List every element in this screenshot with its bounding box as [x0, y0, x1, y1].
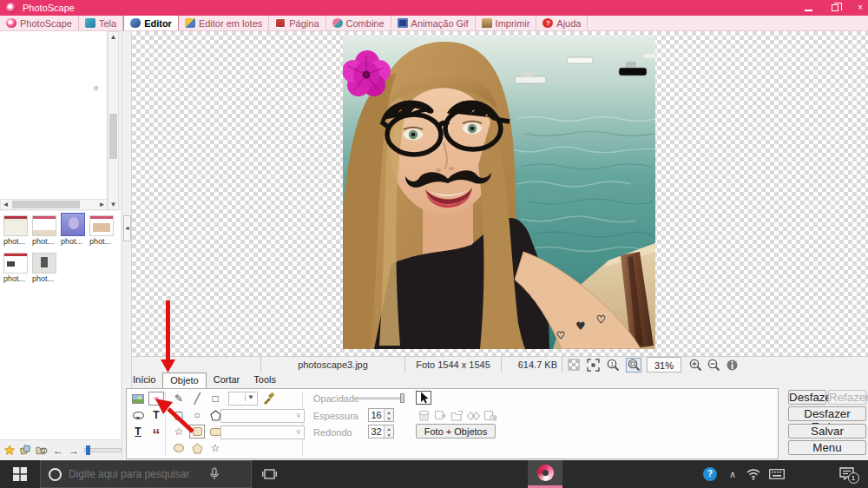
- editor-canvas[interactable]: ♥ ♥ ♥: [132, 31, 868, 356]
- insert-heart-symbol-button[interactable]: ♥: [148, 392, 164, 406]
- photo-thumbnail[interactable]: [3, 215, 28, 236]
- taskbar-search[interactable]: [40, 460, 252, 488]
- collapse-panel-button[interactable]: ◄: [123, 215, 131, 241]
- insert-text-button[interactable]: T: [148, 408, 164, 422]
- ellipse-tool-button[interactable]: ○: [189, 408, 205, 422]
- zoom-out-icon[interactable]: [707, 359, 720, 372]
- menu-button[interactable]: Menu: [788, 440, 866, 455]
- text-transform-button[interactable]: T: [130, 425, 146, 439]
- thumbnail-size-slider[interactable]: [84, 448, 122, 452]
- duplicate-object-icon[interactable]: [434, 410, 447, 422]
- list-item[interactable]: phot...: [32, 253, 58, 283]
- opacity-slider[interactable]: [359, 397, 404, 399]
- filled-pentagon-tool-button[interactable]: [189, 441, 205, 455]
- group-objects-icon[interactable]: [467, 410, 480, 422]
- tab-ajuda[interactable]: ?Ajuda: [536, 16, 588, 30]
- list-item[interactable]: phot...: [32, 215, 58, 246]
- scroll-right-icon[interactable]: ►: [97, 200, 107, 209]
- photo-thumbnail[interactable]: [32, 253, 56, 274]
- undo-button[interactable]: Desfazer: [788, 390, 826, 405]
- scroll-left-icon[interactable]: ◄: [1, 200, 10, 209]
- refresh-photos-icon[interactable]: [20, 445, 30, 456]
- microphone-icon[interactable]: [209, 467, 220, 481]
- insert-quote-button[interactable]: “: [148, 425, 164, 439]
- line-style-dropdown[interactable]: ∨: [220, 409, 305, 423]
- fit-window-icon[interactable]: [587, 359, 600, 372]
- scrollbar-thumb[interactable]: [12, 201, 80, 208]
- filled-rounded-square-tool-selected[interactable]: [189, 425, 205, 439]
- tab-photoscape[interactable]: PhotoScape: [0, 16, 79, 30]
- line-tool-button[interactable]: ╱: [189, 392, 205, 406]
- star-filled-tool-button[interactable]: ☆: [207, 441, 223, 455]
- zoom-fit-icon-selected[interactable]: [626, 358, 641, 373]
- eyedropper-icon[interactable]: [262, 392, 275, 405]
- shadow-style-dropdown[interactable]: ∨: [220, 425, 305, 439]
- photo-thumbnail[interactable]: [61, 213, 85, 236]
- photo-selfie-with-stickers[interactable]: ♥ ♥ ♥: [343, 36, 655, 349]
- tab-tela[interactable]: Tela: [79, 16, 123, 30]
- tab-editor-em-lotes[interactable]: Editor em lotes: [179, 16, 269, 30]
- tree-vertical-scrollbar[interactable]: ▲ ▼: [108, 31, 119, 210]
- back-arrow-icon[interactable]: ←: [53, 445, 63, 456]
- insert-speech-bubble-button[interactable]: [130, 408, 146, 422]
- spin-up-icon[interactable]: ▲: [387, 410, 391, 415]
- close-button[interactable]: ×: [858, 3, 863, 12]
- scrollbar-thumb[interactable]: [109, 114, 117, 159]
- spin-down-icon[interactable]: ▼: [387, 432, 391, 438]
- zoom-in-icon[interactable]: [689, 359, 702, 372]
- redo-button[interactable]: Refazer: [828, 390, 866, 405]
- delete-object-icon[interactable]: [418, 410, 431, 422]
- forward-arrow-icon[interactable]: →: [69, 445, 79, 456]
- folder-select-icon[interactable]: [36, 445, 48, 456]
- photo-thumbnail[interactable]: [3, 253, 28, 274]
- photo-plus-objects-button[interactable]: Foto + Objetos: [416, 424, 496, 439]
- star-outline-tool-button[interactable]: ☆: [171, 425, 187, 439]
- list-item[interactable]: phot...: [89, 215, 115, 246]
- tray-show-hidden-icons[interactable]: ∧: [723, 460, 742, 488]
- tab-inicio[interactable]: Início: [126, 373, 162, 388]
- list-item[interactable]: phot...: [3, 253, 30, 283]
- rounded-rect-tool-button[interactable]: ▢: [171, 408, 187, 422]
- taskbar-photoscape-app[interactable]: [528, 460, 562, 488]
- slider-thumb[interactable]: [86, 445, 90, 455]
- insert-image-button[interactable]: [130, 392, 146, 406]
- thickness-spinner[interactable]: 16 ▲▼: [368, 408, 394, 422]
- pen-draw-button[interactable]: ✎: [171, 392, 187, 406]
- search-input[interactable]: [69, 468, 207, 480]
- tab-pagina[interactable]: Página: [269, 16, 326, 30]
- info-icon[interactable]: [726, 359, 739, 372]
- task-view-button[interactable]: [256, 460, 282, 488]
- favorites-star-icon[interactable]: [4, 445, 15, 456]
- tab-combine[interactable]: Combine: [326, 16, 391, 30]
- minimize-button[interactable]: [805, 4, 812, 11]
- folder-tree-panel[interactable]: o: [0, 31, 108, 200]
- tab-editor[interactable]: Editor: [123, 16, 179, 30]
- photo-thumbnail[interactable]: [89, 215, 114, 236]
- start-button[interactable]: [0, 460, 40, 488]
- tab-imprimir[interactable]: Imprimir: [476, 16, 537, 30]
- rectangle-tool-button[interactable]: □: [207, 392, 223, 406]
- spin-up-icon[interactable]: ▲: [387, 426, 391, 432]
- select-cursor-button[interactable]: [416, 391, 431, 405]
- filled-ellipse-tool-button[interactable]: [171, 441, 187, 455]
- action-center-button[interactable]: 1: [832, 460, 861, 488]
- tab-animacao-gif[interactable]: Animação Gif: [391, 16, 476, 30]
- tab-tools[interactable]: Tools: [247, 373, 283, 388]
- tray-network[interactable]: [743, 460, 764, 488]
- tree-horizontal-scrollbar[interactable]: ◄ ►: [0, 199, 108, 210]
- corner-round-spinner[interactable]: 32 ▲▼: [368, 425, 394, 439]
- spin-down-icon[interactable]: ▼: [387, 416, 391, 421]
- zoom-actual-size-icon[interactable]: 1: [607, 359, 620, 372]
- save-object-icon[interactable]: [450, 410, 464, 422]
- transparency-checker-icon[interactable]: [568, 359, 581, 372]
- scroll-up-icon[interactable]: ▲: [108, 32, 118, 42]
- tray-touch-keyboard[interactable]: [765, 460, 789, 488]
- restore-button[interactable]: [832, 4, 838, 11]
- list-item[interactable]: phot...: [3, 215, 30, 246]
- list-item-selected[interactable]: phot...: [61, 213, 87, 246]
- slider-thumb[interactable]: [400, 393, 404, 403]
- tab-objeto[interactable]: Objeto: [162, 373, 206, 388]
- photo-thumbnail[interactable]: [32, 215, 56, 236]
- undo-all-button[interactable]: Desfazer Todos: [788, 406, 866, 421]
- save-button[interactable]: Salvar: [788, 424, 866, 439]
